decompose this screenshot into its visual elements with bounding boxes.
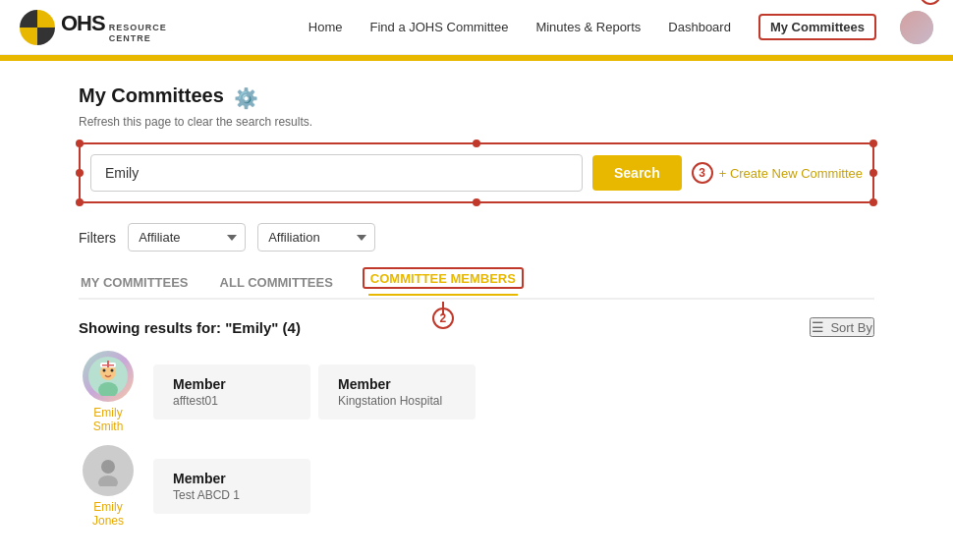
emily-smith-name[interactable]: Emily Smith <box>79 406 138 433</box>
affiliation-filter[interactable]: Affiliation <box>257 223 375 252</box>
tab-committee-members[interactable]: COMMITTEE MEMBERS <box>368 263 518 296</box>
result-item-emily-smith: Emily Smith Member afftest01 Member King… <box>79 351 874 433</box>
emily-jones-name[interactable]: Emily Jones <box>79 500 138 528</box>
dot-bc <box>473 198 480 206</box>
refresh-hint: Refresh this page to clear the search re… <box>79 115 874 129</box>
tab-all-committees[interactable]: ALL COMMITTEES <box>218 267 335 300</box>
emily-smith-card-2: Member Kingstation Hospital <box>318 364 476 420</box>
jones-card-title-1: Member <box>173 471 291 486</box>
svg-rect-7 <box>102 364 114 366</box>
dot-ml <box>76 169 84 177</box>
emily-jones-avatar-svg <box>92 455 124 486</box>
dot-bl <box>76 198 84 206</box>
avatar-image <box>900 11 933 44</box>
emily-jones-avatar <box>83 445 134 496</box>
card-sub-1: afftest01 <box>173 394 291 408</box>
tab-active-wrapper: COMMITTEE MEMBERS 2 <box>363 267 524 298</box>
search-input[interactable] <box>90 154 583 192</box>
filters-label: Filters <box>79 230 116 246</box>
title-row: My Committees ⚙️ <box>79 84 874 111</box>
logo-text: OHS <box>61 11 105 36</box>
create-committee-button[interactable]: + Create New Committee <box>719 166 863 181</box>
page-title: My Committees <box>79 84 224 107</box>
sort-icon: ☰ <box>812 319 824 335</box>
nav-home[interactable]: Home <box>308 20 343 34</box>
avatar[interactable] <box>900 11 933 44</box>
emily-smith-avatar <box>83 351 134 402</box>
results-title: Showing results for: "Emily" (4) <box>79 319 301 336</box>
results-section: Showing results for: "Emily" (4) ☰ Sort … <box>79 317 874 528</box>
emily-jones-cards: Member Test ABCD 1 <box>153 459 874 514</box>
dot-tc <box>473 140 480 147</box>
dot-br <box>869 198 877 206</box>
refresh-icon[interactable]: ⚙️ <box>234 86 258 110</box>
annotation-1: 1 <box>920 0 941 5</box>
svg-point-3 <box>103 369 106 372</box>
results-header: Showing results for: "Emily" (4) ☰ Sort … <box>79 317 874 337</box>
logo-subtext: RESOURCE <box>109 23 167 33</box>
emily-smith-card-1: Member afftest01 <box>153 364 310 420</box>
annotation-arrow <box>442 302 444 315</box>
page-header-section: My Committees ⚙️ Refresh this page to cl… <box>79 84 874 129</box>
affiliate-filter[interactable]: Affiliate <box>128 223 246 252</box>
search-row: Search 3 + Create New Committee <box>90 154 863 192</box>
filters-row: Filters Affiliate Affiliation <box>79 223 874 252</box>
search-button[interactable]: Search <box>592 155 682 191</box>
card-sub-2: Kingstation Hospital <box>338 394 456 408</box>
card-title-2: Member <box>338 376 456 392</box>
svg-rect-6 <box>107 361 109 367</box>
main-content: My Committees ⚙️ Refresh this page to cl… <box>0 61 953 560</box>
result-item-emily-jones: Emily Jones Member Test ABCD 1 <box>79 445 874 528</box>
logo-icon <box>20 10 55 45</box>
logo: OHS RESOURCE CENTRE <box>20 10 196 45</box>
dot-tr <box>869 140 877 147</box>
main-nav: Home Find a JOHS Committee Minutes & Rep… <box>308 14 876 40</box>
emily-smith-avatar-col: Emily Smith <box>79 351 138 433</box>
svg-point-8 <box>101 460 115 474</box>
nav-minutes-reports[interactable]: Minutes & Reports <box>535 20 641 34</box>
svg-point-9 <box>98 476 118 486</box>
emily-jones-avatar-col: Emily Jones <box>79 445 138 528</box>
sort-label: Sort By <box>830 320 872 335</box>
nav-find-committee[interactable]: Find a JOHS Committee <box>370 20 509 34</box>
tab-my-committees[interactable]: MY COMMITTEES <box>79 267 191 300</box>
annotation-3: 3 <box>692 162 713 184</box>
header: OHS RESOURCE CENTRE Home Find a JOHS Com… <box>0 0 953 55</box>
sort-button[interactable]: ☰ Sort By <box>810 317 874 337</box>
search-area: Search 3 + Create New Committee <box>79 142 874 203</box>
card-title-1: Member <box>173 376 291 392</box>
emily-smith-cards: Member afftest01 Member Kingstation Hosp… <box>153 364 874 420</box>
emily-jones-card-1: Member Test ABCD 1 <box>153 459 310 514</box>
dot-mr <box>869 169 877 177</box>
svg-point-4 <box>111 369 114 372</box>
nav-my-committees[interactable]: My Committees <box>758 14 876 40</box>
dot-tl <box>76 140 84 147</box>
tabs-row: MY COMMITTEES ALL COMMITTEES COMMITTEE M… <box>79 267 874 300</box>
jones-card-sub-1: Test ABCD 1 <box>173 488 291 502</box>
emily-smith-avatar-svg <box>88 357 128 396</box>
nav-dashboard[interactable]: Dashboard <box>668 20 731 34</box>
